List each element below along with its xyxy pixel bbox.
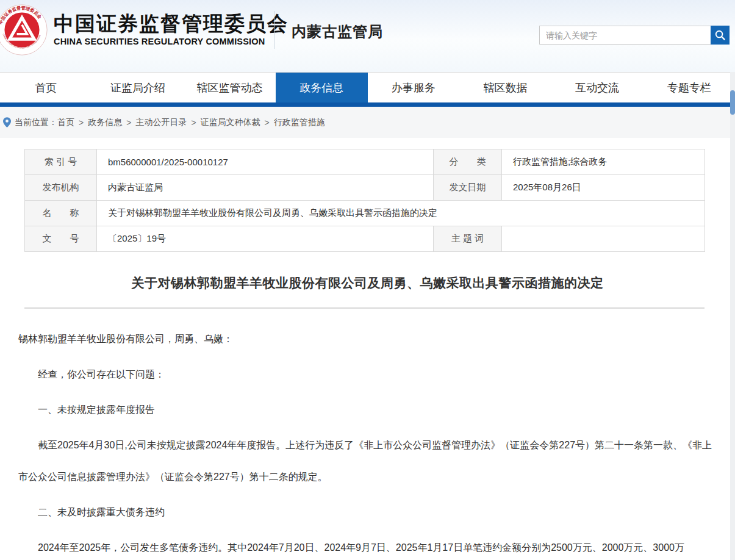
nav-bottom-bar: [0, 102, 735, 107]
search-input[interactable]: [539, 26, 711, 45]
breadcrumb-item-home[interactable]: 首页: [57, 117, 74, 128]
nav-item-home[interactable]: 首页: [0, 73, 92, 102]
breadcrumb-label: 当前位置：: [15, 117, 57, 128]
document-number-value: 〔2025〕19号: [97, 226, 434, 252]
table-row: 发布机构 内蒙古证监局 发文日期 2025年08月26日: [25, 175, 705, 201]
subject-word-label: 主 题 词: [434, 226, 502, 252]
breadcrumb-item-government-info[interactable]: 政务信息: [88, 117, 122, 128]
breadcrumb-item-open-directory[interactable]: 主动公开目录: [135, 117, 187, 128]
page-title: 关于对锡林郭勒盟羊羊牧业股份有限公司及周勇、乌嫩采取出具警示函措施的决定: [0, 275, 735, 292]
document-meta-table: 索 引 号 bm56000001/2025-00010127 分 类 行政监管措…: [24, 149, 705, 252]
article-paragraph: 二、未及时披露重大债务违约: [18, 497, 720, 528]
article-paragraph: 截至2025年4月30日,公司未按规定披露2024年年度报告。上述行为违反了《非…: [18, 429, 720, 493]
bureau-name: 内蒙古监管局: [292, 22, 383, 41]
nav-item-government-info[interactable]: 政务信息: [276, 73, 368, 102]
vertical-scrollbar[interactable]: [730, 72, 735, 560]
document-number-label: 文 号: [25, 226, 97, 252]
table-row: 文 号 〔2025〕19号 主 题 词: [25, 226, 705, 252]
search-box: [539, 26, 730, 45]
brand-name-en: CHINA SECURITIES REGULATORY COMMISSION: [54, 37, 289, 46]
breadcrumb-separator: >: [191, 118, 196, 127]
breadcrumb-separator: >: [79, 118, 84, 127]
subject-word-value: [502, 226, 705, 252]
location-pin-icon: [3, 117, 11, 127]
nav-item-regional-updates[interactable]: 辖区监管动态: [184, 73, 276, 102]
article-body: 锡林郭勒盟羊羊牧业股份有限公司，周勇、乌嫩： 经查，你公司存在以下问题： 一、未…: [18, 323, 720, 560]
category-value: 行政监管措施;综合政务: [502, 149, 705, 175]
publish-date-label: 发文日期: [434, 175, 502, 201]
breadcrumb: 当前位置： 首页 > 政务信息 > 主动公开目录 > 证监局文种体裁 > 行政监…: [0, 107, 735, 138]
scrollbar-thumb[interactable]: [730, 90, 735, 115]
category-label: 分 类: [434, 149, 502, 175]
table-row: 索 引 号 bm56000001/2025-00010127 分 类 行政监管措…: [25, 149, 705, 175]
nav-item-special-topics[interactable]: 专题专栏: [643, 73, 735, 102]
index-number-value: bm56000001/2025-00010127: [97, 149, 434, 175]
publisher-value: 内蒙古证监局: [97, 175, 434, 201]
document-name-value: 关于对锡林郭勒盟羊羊牧业股份有限公司及周勇、乌嫩采取出具警示函措施的决定: [97, 201, 705, 226]
nav-item-regional-data[interactable]: 辖区数据: [459, 73, 551, 102]
nav-item-bureau-intro[interactable]: 证监局介绍: [92, 73, 184, 102]
document-name-label: 名 称: [25, 201, 97, 226]
search-icon: [714, 29, 726, 41]
table-row: 名 称 关于对锡林郭勒盟羊羊牧业股份有限公司及周勇、乌嫩采取出具警示函措施的决定: [25, 201, 705, 226]
breadcrumb-item-regulatory-measures[interactable]: 行政监管措施: [274, 117, 325, 128]
nav-item-services[interactable]: 办事服务: [368, 73, 460, 102]
search-button[interactable]: [711, 26, 730, 45]
article-paragraph: 经查，你公司存在以下问题：: [18, 359, 720, 390]
breadcrumb-item-document-types[interactable]: 证监局文种体裁: [201, 117, 260, 128]
csrc-logo-icon: 中国证券监督管理委员会 CHINA SECURITIES REGULATORY …: [0, 4, 48, 56]
brand-name-cn: 中国证券监督管理委员会: [54, 13, 289, 35]
main-nav: 首页 证监局介绍 辖区监管动态 政务信息 办事服务 辖区数据 互动交流 专题专栏: [0, 72, 735, 102]
nav-item-interaction[interactable]: 互动交流: [551, 73, 644, 102]
header-divider: [274, 11, 274, 49]
article-paragraph: 一、未按规定披露年度报告: [18, 394, 720, 426]
publish-date-value: 2025年08月26日: [502, 175, 705, 201]
breadcrumb-separator: >: [265, 118, 270, 127]
article-paragraph: 锡林郭勒盟羊羊牧业股份有限公司，周勇、乌嫩：: [18, 323, 720, 355]
title-divider: [24, 307, 705, 309]
article-paragraph: 2024年至2025年，公司发生多笔债务违约。其中2024年7月20日、2024…: [18, 532, 720, 560]
breadcrumb-separator: >: [126, 118, 131, 127]
publisher-label: 发布机构: [25, 175, 97, 201]
main-content: 索 引 号 bm56000001/2025-00010127 分 类 行政监管措…: [0, 149, 735, 560]
brand-block: 中国证券监督管理委员会 CHINA SECURITIES REGULATORY …: [54, 13, 289, 46]
site-header: 中国证券监督管理委员会 CHINA SECURITIES REGULATORY …: [0, 0, 735, 72]
index-number-label: 索 引 号: [25, 149, 97, 175]
